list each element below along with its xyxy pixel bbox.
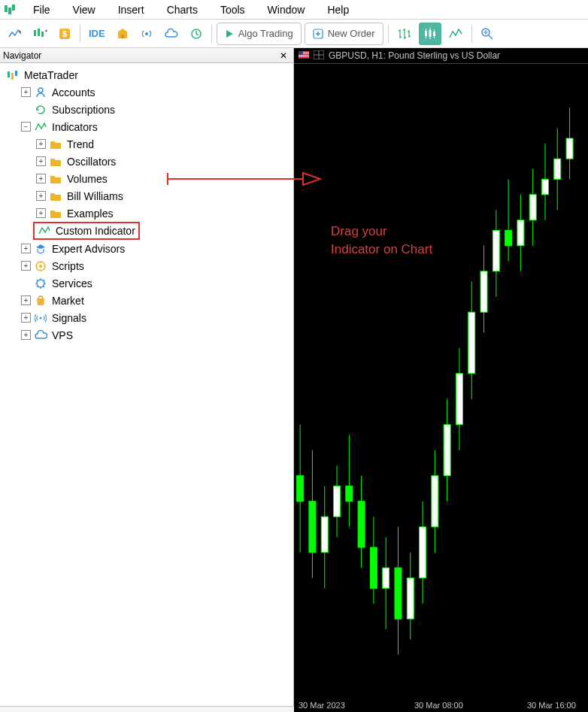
svg-point-9: [145, 32, 148, 35]
tree-market[interactable]: Market: [0, 292, 293, 309]
svg-rect-22: [15, 71, 17, 76]
separator: [471, 25, 472, 43]
menu-window[interactable]: Window: [257, 2, 316, 18]
tree-custom-indicator[interactable]: Custom Indicator: [33, 222, 140, 240]
folder-icon: [49, 172, 62, 186]
expander-icon[interactable]: [36, 208, 46, 218]
svg-rect-82: [566, 138, 573, 159]
tree-volumes[interactable]: Volumes: [0, 170, 293, 187]
navigator-title: Navigator: [3, 50, 41, 61]
svg-rect-66: [468, 312, 475, 374]
line-icon[interactable]: [444, 23, 467, 45]
expander-icon[interactable]: [36, 174, 46, 183]
menu-file[interactable]: File: [23, 2, 61, 18]
tree-billwilliams[interactable]: Bill Williams: [0, 187, 293, 205]
svg-rect-0: [5, 5, 8, 12]
signals-icon[interactable]: [136, 23, 157, 44]
tree-vps[interactable]: VPS: [0, 326, 293, 344]
scripts-icon: [34, 259, 47, 273]
expander-icon[interactable]: [21, 313, 31, 323]
menu-tools[interactable]: Tools: [210, 2, 256, 18]
svg-rect-4: [38, 29, 40, 36]
tree-indicators[interactable]: Indicators: [0, 118, 293, 135]
signals-wave-icon: [34, 311, 47, 325]
expander-icon[interactable]: [21, 87, 31, 97]
chart-area[interactable]: [294, 64, 588, 698]
expander-icon[interactable]: [36, 139, 46, 149]
separator: [211, 25, 212, 43]
experts-icon: [34, 242, 47, 256]
sync-icon[interactable]: [186, 23, 207, 44]
chart-panel[interactable]: GBPUSD, H1: Pound Sterling vs US Dollar …: [294, 48, 588, 712]
app-icon: [3, 3, 17, 17]
play-icon: [225, 29, 234, 38]
menu-insert[interactable]: Insert: [108, 2, 155, 18]
svg-rect-50: [370, 547, 377, 588]
chart-title: GBPUSD, H1: Pound Sterling vs US Dollar: [329, 50, 500, 61]
expander-icon[interactable]: [21, 330, 31, 340]
services-icon: [34, 277, 47, 290]
svg-point-27: [40, 317, 42, 319]
new-order-button[interactable]: New Order: [305, 23, 383, 45]
svg-rect-8: [121, 35, 124, 38]
dollar-icon[interactable]: $: [54, 23, 75, 44]
svg-rect-2: [12, 5, 15, 11]
svg-rect-42: [321, 517, 328, 553]
algo-trading-label: Algo Trading: [238, 28, 293, 39]
tree-trend[interactable]: Trend: [0, 135, 293, 153]
tree-scripts[interactable]: Scripts: [0, 257, 293, 274]
svg-rect-21: [11, 73, 14, 80]
metatrader-icon: [6, 68, 20, 82]
expander-icon[interactable]: [21, 122, 31, 132]
axis-label: 30 Mar 08:00: [414, 698, 463, 712]
close-icon[interactable]: ✕: [277, 50, 290, 61]
expander-icon[interactable]: [36, 156, 46, 166]
tree-examples[interactable]: Examples: [0, 205, 293, 222]
line-chart-icon[interactable]: [5, 23, 26, 44]
candle-chart-icon[interactable]: [29, 23, 51, 44]
menu-bar: File View Insert Charts Tools Window Hel…: [0, 0, 588, 20]
menu-help[interactable]: Help: [317, 2, 359, 18]
svg-rect-56: [407, 578, 414, 619]
folder-icon: [49, 207, 62, 220]
tree-oscillators[interactable]: Oscillators: [0, 153, 293, 170]
candles-icon[interactable]: [419, 23, 441, 45]
navigator-header: Navigator ✕: [0, 48, 293, 63]
svg-rect-62: [444, 425, 450, 476]
zoom-in-icon[interactable]: [477, 23, 498, 44]
svg-rect-33: [299, 51, 303, 55]
folder-icon: [49, 138, 62, 151]
svg-rect-31: [299, 55, 309, 56]
cloud-icon[interactable]: [160, 23, 183, 44]
svg-point-25: [39, 265, 42, 268]
menu-charts[interactable]: Charts: [156, 2, 208, 18]
svg-rect-80: [554, 159, 561, 179]
tree-accounts[interactable]: Accounts: [0, 83, 293, 101]
expander-icon[interactable]: [36, 191, 46, 201]
menu-view[interactable]: View: [62, 2, 106, 18]
tree-subscriptions[interactable]: Subscriptions: [0, 101, 293, 118]
toolbar: $ IDE Algo Trading New Order: [0, 20, 588, 48]
folder-icon: [49, 189, 62, 203]
algo-trading-button[interactable]: Algo Trading: [217, 23, 302, 45]
separator: [388, 25, 389, 43]
tree-services[interactable]: Services: [0, 274, 293, 292]
expander-icon[interactable]: [21, 244, 31, 253]
svg-rect-5: [41, 32, 44, 37]
ide-button[interactable]: IDE: [85, 23, 109, 44]
navigator-panel: Navigator ✕ MetaTrader Accounts Subscrip…: [0, 48, 294, 712]
navigator-tree: MetaTrader Accounts Subscriptions Indica…: [0, 63, 293, 712]
tree-root[interactable]: MetaTrader: [0, 66, 293, 83]
svg-rect-38: [297, 476, 304, 501]
tree-experts[interactable]: Expert Advisors: [0, 240, 293, 257]
axis-label: 30 Mar 2023: [299, 698, 345, 712]
svg-rect-78: [541, 179, 548, 194]
svg-rect-64: [456, 374, 462, 425]
separator: [80, 25, 80, 43]
bars-icon[interactable]: [393, 23, 416, 45]
expander-icon[interactable]: [21, 295, 31, 305]
cloud-vps-icon: [34, 329, 47, 342]
expander-icon[interactable]: [21, 261, 31, 271]
tree-signals[interactable]: Signals: [0, 309, 293, 326]
market-icon[interactable]: [112, 23, 133, 44]
